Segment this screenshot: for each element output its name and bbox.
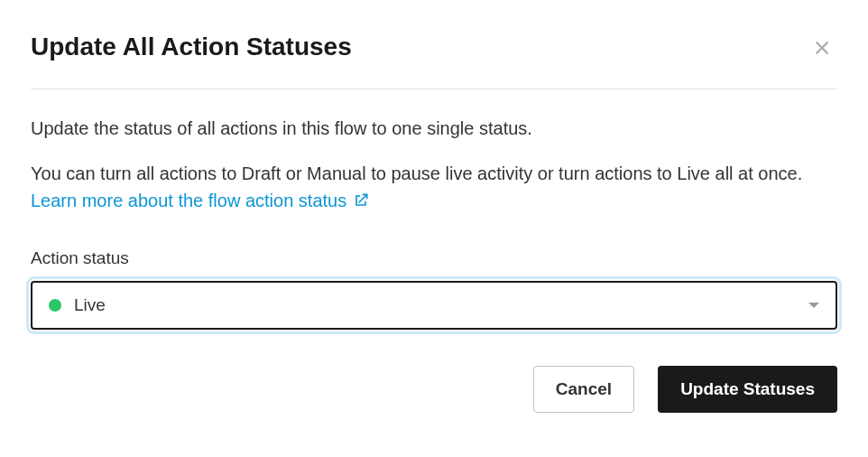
action-status-select[interactable]: Live — [31, 281, 837, 330]
description-secondary: You can turn all actions to Draft or Man… — [31, 160, 837, 214]
button-row: Cancel Update Statuses — [31, 366, 837, 413]
learn-more-link[interactable]: Learn more about the flow action status — [31, 187, 370, 214]
learn-more-label: Learn more about the flow action status — [31, 187, 346, 214]
description-primary: Update the status of all actions in this… — [31, 115, 837, 142]
cancel-button[interactable]: Cancel — [533, 366, 634, 413]
update-statuses-button[interactable]: Update Statuses — [658, 366, 837, 413]
action-status-label: Action status — [31, 248, 837, 268]
modal-title: Update All Action Statuses — [31, 33, 837, 61]
status-dot-icon — [49, 299, 61, 312]
close-icon — [812, 38, 832, 58]
description-secondary-text: You can turn all actions to Draft or Man… — [31, 163, 802, 183]
update-statuses-modal: Update All Action Statuses Update the st… — [0, 0, 868, 443]
external-link-icon — [352, 191, 370, 210]
action-status-selected-value: Live — [74, 295, 796, 315]
chevron-down-icon — [808, 303, 819, 308]
close-button[interactable] — [812, 38, 834, 60]
divider — [31, 89, 837, 89]
